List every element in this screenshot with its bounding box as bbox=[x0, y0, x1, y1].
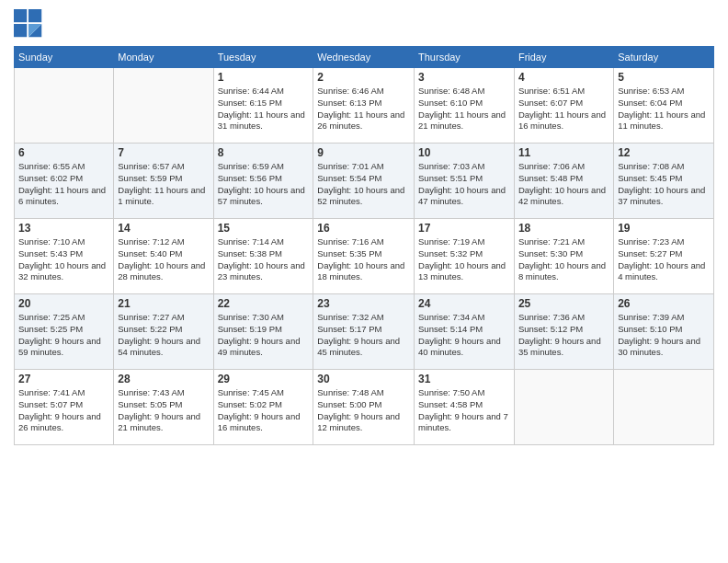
calendar-day-cell: 5Sunrise: 6:53 AMSunset: 6:04 PMDaylight… bbox=[614, 68, 714, 144]
day-info: Sunrise: 7:14 AMSunset: 5:38 PMDaylight:… bbox=[218, 236, 310, 283]
day-number: 1 bbox=[218, 71, 310, 84]
calendar-day-cell bbox=[514, 370, 613, 445]
calendar-day-cell: 18Sunrise: 7:21 AMSunset: 5:30 PMDayligh… bbox=[514, 219, 613, 294]
weekday-header: Sunday bbox=[15, 47, 114, 68]
weekday-header: Monday bbox=[114, 47, 213, 68]
day-number: 19 bbox=[618, 222, 710, 235]
calendar-day-cell: 27Sunrise: 7:41 AMSunset: 5:07 PMDayligh… bbox=[15, 370, 114, 445]
calendar-day-cell: 12Sunrise: 7:08 AMSunset: 5:45 PMDayligh… bbox=[614, 144, 714, 219]
page-container: SundayMondayTuesdayWednesdayThursdayFrid… bbox=[0, 0, 728, 563]
day-number: 15 bbox=[218, 222, 310, 235]
day-info: Sunrise: 7:27 AMSunset: 5:22 PMDaylight:… bbox=[118, 312, 209, 359]
day-info: Sunrise: 7:21 AMSunset: 5:30 PMDaylight:… bbox=[518, 236, 609, 283]
calendar-day-cell: 21Sunrise: 7:27 AMSunset: 5:22 PMDayligh… bbox=[114, 294, 213, 370]
calendar-day-cell: 31Sunrise: 7:50 AMSunset: 4:58 PMDayligh… bbox=[415, 370, 515, 445]
day-number: 22 bbox=[218, 297, 310, 310]
calendar-week-row: 1Sunrise: 6:44 AMSunset: 6:15 PMDaylight… bbox=[15, 68, 714, 144]
day-number: 20 bbox=[18, 297, 109, 310]
calendar-week-row: 27Sunrise: 7:41 AMSunset: 5:07 PMDayligh… bbox=[15, 370, 714, 445]
calendar-day-cell: 4Sunrise: 6:51 AMSunset: 6:07 PMDaylight… bbox=[514, 68, 613, 144]
day-info: Sunrise: 7:25 AMSunset: 5:25 PMDaylight:… bbox=[18, 312, 109, 359]
day-info: Sunrise: 7:48 AMSunset: 5:00 PMDaylight:… bbox=[317, 387, 410, 434]
calendar-day-cell bbox=[614, 370, 714, 445]
weekday-header: Tuesday bbox=[213, 47, 313, 68]
day-number: 4 bbox=[518, 71, 609, 84]
weekday-header: Thursday bbox=[415, 47, 515, 68]
day-info: Sunrise: 7:50 AMSunset: 4:58 PMDaylight:… bbox=[418, 387, 510, 434]
day-number: 29 bbox=[218, 373, 310, 385]
day-info: Sunrise: 7:01 AMSunset: 5:54 PMDaylight:… bbox=[317, 161, 410, 208]
weekday-header: Friday bbox=[514, 47, 613, 68]
day-info: Sunrise: 6:59 AMSunset: 5:56 PMDaylight:… bbox=[218, 161, 310, 208]
day-info: Sunrise: 6:51 AMSunset: 6:07 PMDaylight:… bbox=[518, 86, 609, 132]
day-info: Sunrise: 7:36 AMSunset: 5:12 PMDaylight:… bbox=[518, 312, 609, 359]
calendar-day-cell: 25Sunrise: 7:36 AMSunset: 5:12 PMDayligh… bbox=[514, 294, 613, 370]
day-info: Sunrise: 7:41 AMSunset: 5:07 PMDaylight:… bbox=[18, 387, 109, 434]
day-number: 7 bbox=[118, 146, 209, 159]
calendar-day-cell: 30Sunrise: 7:48 AMSunset: 5:00 PMDayligh… bbox=[313, 370, 415, 445]
calendar-day-cell: 22Sunrise: 7:30 AMSunset: 5:19 PMDayligh… bbox=[213, 294, 313, 370]
day-info: Sunrise: 6:55 AMSunset: 6:02 PMDaylight:… bbox=[18, 161, 109, 208]
svg-rect-0 bbox=[14, 9, 27, 22]
calendar-day-cell: 15Sunrise: 7:14 AMSunset: 5:38 PMDayligh… bbox=[213, 219, 313, 294]
day-number: 28 bbox=[118, 373, 209, 385]
svg-rect-2 bbox=[14, 24, 27, 37]
day-info: Sunrise: 6:48 AMSunset: 6:10 PMDaylight:… bbox=[418, 86, 510, 132]
calendar-day-cell: 10Sunrise: 7:03 AMSunset: 5:51 PMDayligh… bbox=[415, 144, 515, 219]
calendar-week-row: 13Sunrise: 7:10 AMSunset: 5:43 PMDayligh… bbox=[15, 219, 714, 294]
calendar-day-cell bbox=[114, 68, 213, 144]
day-number: 10 bbox=[418, 146, 510, 159]
day-number: 5 bbox=[618, 71, 710, 84]
day-info: Sunrise: 7:03 AMSunset: 5:51 PMDaylight:… bbox=[418, 161, 510, 208]
day-number: 17 bbox=[418, 222, 510, 235]
calendar-day-cell: 3Sunrise: 6:48 AMSunset: 6:10 PMDaylight… bbox=[415, 68, 515, 144]
day-number: 12 bbox=[618, 146, 710, 159]
day-number: 23 bbox=[317, 297, 410, 310]
calendar-week-row: 20Sunrise: 7:25 AMSunset: 5:25 PMDayligh… bbox=[15, 294, 714, 370]
day-info: Sunrise: 7:39 AMSunset: 5:10 PMDaylight:… bbox=[618, 312, 710, 359]
calendar-day-cell: 26Sunrise: 7:39 AMSunset: 5:10 PMDayligh… bbox=[614, 294, 714, 370]
day-number: 11 bbox=[518, 146, 609, 159]
calendar-day-cell: 23Sunrise: 7:32 AMSunset: 5:17 PMDayligh… bbox=[313, 294, 415, 370]
calendar-day-cell: 1Sunrise: 6:44 AMSunset: 6:15 PMDaylight… bbox=[213, 68, 313, 144]
calendar-day-cell: 2Sunrise: 6:46 AMSunset: 6:13 PMDaylight… bbox=[313, 68, 415, 144]
day-info: Sunrise: 7:43 AMSunset: 5:05 PMDaylight:… bbox=[118, 387, 209, 434]
calendar-day-cell: 29Sunrise: 7:45 AMSunset: 5:02 PMDayligh… bbox=[213, 370, 313, 445]
day-info: Sunrise: 7:34 AMSunset: 5:14 PMDaylight:… bbox=[418, 312, 510, 359]
calendar-week-row: 6Sunrise: 6:55 AMSunset: 6:02 PMDaylight… bbox=[15, 144, 714, 219]
day-number: 31 bbox=[418, 373, 510, 385]
calendar-day-cell: 16Sunrise: 7:16 AMSunset: 5:35 PMDayligh… bbox=[313, 219, 415, 294]
calendar-day-cell: 7Sunrise: 6:57 AMSunset: 5:59 PMDaylight… bbox=[114, 144, 213, 219]
svg-rect-1 bbox=[28, 9, 41, 22]
calendar-day-cell: 20Sunrise: 7:25 AMSunset: 5:25 PMDayligh… bbox=[15, 294, 114, 370]
day-info: Sunrise: 6:44 AMSunset: 6:15 PMDaylight:… bbox=[218, 86, 310, 132]
day-number: 6 bbox=[18, 146, 109, 159]
day-info: Sunrise: 6:53 AMSunset: 6:04 PMDaylight:… bbox=[618, 86, 710, 132]
calendar-day-cell: 8Sunrise: 6:59 AMSunset: 5:56 PMDaylight… bbox=[213, 144, 313, 219]
day-info: Sunrise: 6:46 AMSunset: 6:13 PMDaylight:… bbox=[317, 86, 410, 132]
day-number: 8 bbox=[218, 146, 310, 159]
calendar-day-cell: 6Sunrise: 6:55 AMSunset: 6:02 PMDaylight… bbox=[15, 144, 114, 219]
day-info: Sunrise: 7:12 AMSunset: 5:40 PMDaylight:… bbox=[118, 236, 209, 283]
calendar-day-cell: 19Sunrise: 7:23 AMSunset: 5:27 PMDayligh… bbox=[614, 219, 714, 294]
day-number: 14 bbox=[118, 222, 209, 235]
day-info: Sunrise: 7:30 AMSunset: 5:19 PMDaylight:… bbox=[218, 312, 310, 359]
weekday-header: Wednesday bbox=[313, 47, 415, 68]
day-info: Sunrise: 7:45 AMSunset: 5:02 PMDaylight:… bbox=[218, 387, 310, 434]
page-header bbox=[14, 9, 714, 39]
day-number: 9 bbox=[317, 146, 410, 159]
calendar-day-cell: 9Sunrise: 7:01 AMSunset: 5:54 PMDaylight… bbox=[313, 144, 415, 219]
day-number: 25 bbox=[518, 297, 609, 310]
calendar-day-cell bbox=[15, 68, 114, 144]
day-number: 30 bbox=[317, 373, 410, 385]
calendar-day-cell: 14Sunrise: 7:12 AMSunset: 5:40 PMDayligh… bbox=[114, 219, 213, 294]
day-info: Sunrise: 6:57 AMSunset: 5:59 PMDaylight:… bbox=[118, 161, 209, 208]
calendar-table: SundayMondayTuesdayWednesdayThursdayFrid… bbox=[14, 46, 714, 445]
day-number: 2 bbox=[317, 71, 410, 84]
day-number: 18 bbox=[518, 222, 609, 235]
logo bbox=[14, 9, 47, 39]
day-number: 26 bbox=[618, 297, 710, 310]
day-info: Sunrise: 7:19 AMSunset: 5:32 PMDaylight:… bbox=[418, 236, 510, 283]
calendar-day-cell: 13Sunrise: 7:10 AMSunset: 5:43 PMDayligh… bbox=[15, 219, 114, 294]
day-number: 27 bbox=[18, 373, 109, 385]
